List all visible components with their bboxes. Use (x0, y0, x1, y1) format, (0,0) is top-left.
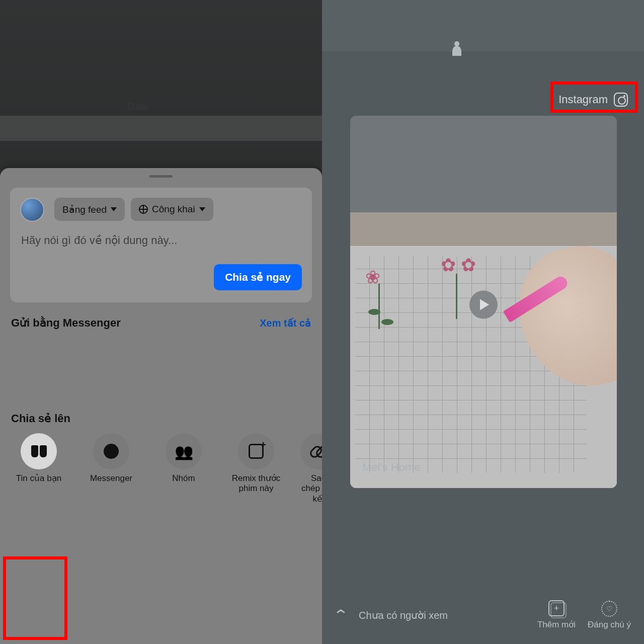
compose-card: Bảng feed Công khai Hãy nói gì đó về nội… (10, 188, 312, 302)
share-target-copy-link[interactable]: Sao chép liên kết (301, 433, 322, 504)
share-target-remix[interactable]: Remix thước phim này (228, 433, 284, 494)
drawing-leaf (368, 309, 380, 315)
share-target-messenger[interactable]: Messenger (84, 433, 139, 484)
share-bottom-sheet: Bảng feed Công khai Hãy nói gì đó về nội… (0, 168, 322, 644)
share-target-label: Messenger (90, 473, 132, 484)
see-all-link[interactable]: Xem tất cả (260, 317, 311, 329)
messenger-section-title: Gửi bằng Messenger (11, 316, 121, 330)
instagram-share-button[interactable]: Instagram (553, 89, 633, 111)
instagram-label: Instagram (558, 93, 608, 106)
play-icon[interactable] (469, 291, 498, 319)
share-target-label: Sao chép liên kết (301, 473, 322, 504)
add-new-label: Thêm mới (537, 619, 576, 630)
pill-feed-label: Bảng feed (62, 204, 107, 215)
drawing-flower: ✿ ✿ (441, 255, 476, 276)
group-icon (175, 442, 193, 461)
chevron-down-icon (199, 207, 205, 211)
drawing-leaf (381, 319, 393, 325)
story-bottom-bar: ⌃ Chưa có người xem + Thêm mới ♡ Đáng ch… (322, 600, 644, 630)
link-icon (312, 445, 322, 457)
highlight-icon: ♡ (601, 601, 617, 617)
story-icon (31, 445, 47, 457)
messenger-icon (104, 444, 119, 459)
drawing-stem (456, 274, 457, 319)
story-watermark: Mel's Home (362, 461, 420, 474)
share-target-label: Tin của bạn (16, 473, 61, 484)
drawing-stem (378, 284, 380, 329)
remix-icon (249, 444, 264, 459)
viewers-label[interactable]: Chưa có người xem (359, 609, 448, 621)
add-new-story-button[interactable]: + Thêm mới (537, 600, 576, 630)
sheet-drag-handle[interactable] (149, 175, 173, 178)
destination-pill-feed[interactable]: Bảng feed (54, 198, 125, 221)
share-target-your-story[interactable]: Tin của bạn (11, 433, 66, 484)
share-target-group[interactable]: Nhóm (156, 433, 211, 484)
share-now-button[interactable]: Chia sẻ ngay (214, 264, 302, 290)
highlight-button[interactable]: ♡ Đáng chú ý (588, 601, 631, 630)
compose-placeholder[interactable]: Hãy nói gì đó về nội dung này... (21, 234, 302, 247)
instagram-icon (614, 93, 628, 107)
audience-pill-public[interactable]: Công khai (131, 198, 213, 221)
share-targets-row: Tin của bạn Messenger Nhóm Remix thước p… (0, 433, 322, 504)
share-target-label: Nhóm (172, 473, 195, 484)
highlight-label: Đáng chú ý (588, 620, 631, 630)
add-icon: + (548, 600, 565, 616)
share-target-label: Remix thước phim này (228, 473, 284, 494)
chevron-up-icon[interactable]: ⌃ (333, 607, 349, 623)
pill-audience-label: Công khai (152, 204, 195, 215)
chevron-down-icon (111, 207, 117, 211)
audience-friends-icon (452, 46, 461, 56)
avatar[interactable] (20, 198, 44, 222)
globe-icon (139, 205, 148, 214)
share-to-title: Chia sẻ lên (11, 412, 311, 425)
story-media[interactable]: ❀ ✿ ✿ Mel's Home (350, 116, 617, 488)
